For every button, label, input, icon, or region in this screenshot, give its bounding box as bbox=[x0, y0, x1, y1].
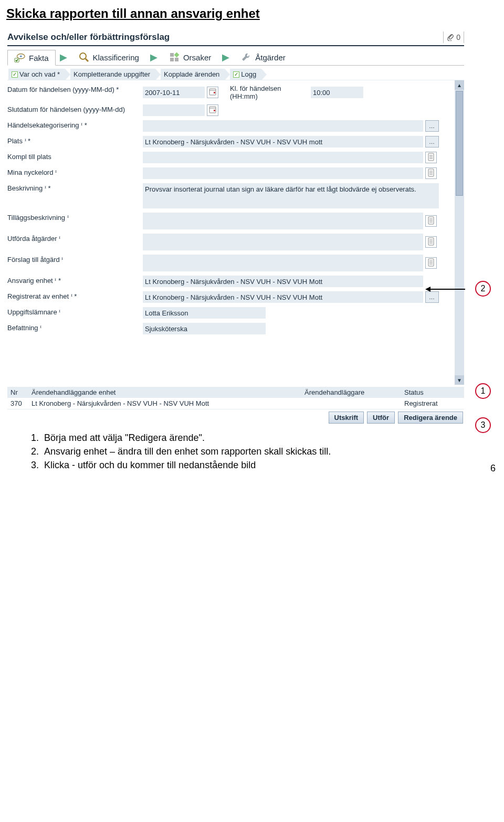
svg-point-1 bbox=[20, 55, 22, 57]
input-uppgiftslamnare[interactable]: Lotta Eriksson bbox=[143, 307, 266, 319]
row-forslag: Förslag till åtgärd ᶦ bbox=[7, 252, 452, 273]
input-kompl[interactable] bbox=[143, 152, 423, 163]
squares-icon bbox=[169, 51, 180, 63]
svg-rect-5 bbox=[170, 53, 174, 57]
tab-klassificering-label: Klassificering bbox=[93, 53, 139, 62]
cases-grid: Nr Ärendehandläggande enhet Ärendehandlä… bbox=[7, 387, 464, 409]
table-row[interactable]: 370 Lt Kronoberg - Närsjukvården - NSV V… bbox=[7, 398, 464, 409]
eye-check-icon bbox=[14, 52, 26, 64]
grid-header: Nr Ärendehandläggande enhet Ärendehandlä… bbox=[7, 387, 464, 398]
calendar-button[interactable] bbox=[207, 104, 218, 116]
cell-status: Registrerat bbox=[401, 398, 464, 409]
row-utforda-atgarder: Utförda åtgärder ᶦ bbox=[7, 231, 452, 252]
subtab-kopplade[interactable]: Kopplade ärenden bbox=[161, 69, 225, 80]
input-befattning[interactable]: Sjuksköterska bbox=[143, 323, 266, 334]
chevron-right-icon: ▶ bbox=[220, 51, 232, 63]
notepad-icon bbox=[427, 153, 435, 163]
row-registrerat-enhet: Registrerat av enhet ᶦ * Lt Kronoberg - … bbox=[7, 289, 452, 305]
calendar-button[interactable] bbox=[207, 87, 218, 98]
notepad-icon bbox=[427, 168, 435, 178]
scroll-thumb[interactable] bbox=[456, 91, 463, 196]
row-plats: Plats ᶦ * Lt Kronoberg - Närsjukvården -… bbox=[7, 134, 452, 150]
grid-head-enhet: Ärendehandläggande enhet bbox=[28, 387, 301, 398]
scrollbar[interactable]: ▲ ▼ bbox=[455, 80, 464, 385]
picker-button[interactable]: … bbox=[425, 120, 439, 132]
callout-circle-3: 3 bbox=[475, 417, 491, 433]
check-icon: ✓ bbox=[233, 71, 239, 78]
notepad-button[interactable] bbox=[425, 167, 437, 179]
attachments-indicator[interactable]: 0 bbox=[443, 31, 464, 43]
subtab-kompletterande[interactable]: Kompletterande uppgifter bbox=[70, 69, 155, 80]
label-handelsekat: Händelsekategorisering ᶦ * bbox=[7, 120, 141, 129]
row-uppgiftslamnare: Uppgiftslämnare ᶦ Lotta Eriksson bbox=[7, 305, 452, 321]
label-uppgiftslamnare: Uppgiftslämnare ᶦ bbox=[7, 307, 141, 316]
redigera-arende-button[interactable]: Redigera ärende bbox=[398, 412, 463, 424]
notepad-button[interactable] bbox=[425, 257, 437, 269]
label-ansvarig-enhet: Ansvarig enhet ᶦ * bbox=[7, 276, 141, 284]
tab-klassificering[interactable]: Klassificering bbox=[71, 49, 146, 65]
label-nyckelord: Mina nyckelord ᶦ bbox=[7, 167, 141, 176]
scroll-down-icon[interactable]: ▼ bbox=[455, 375, 464, 385]
input-tillaggsbeskrivning[interactable] bbox=[143, 213, 423, 229]
subtab-label: Kompletterande uppgifter bbox=[74, 70, 150, 78]
picker-button[interactable]: … bbox=[425, 291, 439, 303]
notepad-button[interactable] bbox=[425, 152, 437, 163]
notepad-icon bbox=[427, 216, 435, 226]
tab-fakta[interactable]: Fakta bbox=[7, 50, 56, 66]
subtab-label: Var och vad * bbox=[19, 70, 60, 78]
row-tillaggsbeskrivning: Tilläggsbeskrivning ᶦ bbox=[7, 210, 452, 231]
row-handelsekat: Händelsekategorisering ᶦ * … bbox=[7, 118, 452, 134]
input-slutdatum[interactable] bbox=[143, 104, 205, 116]
input-utforda-atgarder[interactable] bbox=[143, 234, 423, 250]
input-registrerat-enhet[interactable]: Lt Kronoberg - Närsjukvården - NSV VUH -… bbox=[143, 291, 423, 303]
scroll-up-icon[interactable]: ▲ bbox=[455, 80, 464, 90]
label-befattning: Befattning ᶦ bbox=[7, 323, 141, 332]
svg-rect-8 bbox=[175, 58, 178, 61]
input-datum[interactable]: 2007-10-11 bbox=[143, 87, 205, 98]
input-nyckelord[interactable] bbox=[143, 167, 423, 179]
input-handelsekat[interactable] bbox=[143, 120, 423, 132]
tab-atgarder[interactable]: Åtgärder bbox=[234, 49, 292, 65]
label-utforda-atgarder: Utförda åtgärder ᶦ bbox=[7, 234, 141, 243]
list-item: 1. Börja med att välja "Redigera ärende"… bbox=[28, 431, 498, 445]
arrow-head-icon bbox=[425, 287, 430, 292]
arrow-line bbox=[430, 289, 465, 290]
picker-button[interactable]: … bbox=[425, 136, 439, 147]
subtab-label: Logg bbox=[241, 70, 256, 78]
paperclip-icon bbox=[447, 33, 454, 43]
tab-orsaker[interactable]: Orsaker bbox=[162, 49, 218, 65]
textarea-beskrivning[interactable]: Provsvar insorterat journal utan sign av… bbox=[143, 183, 439, 208]
footer-buttons: Utskrift Utför Redigera ärende bbox=[7, 409, 464, 424]
label-datum: Datum för händelsen (yyyy-MM-dd) * bbox=[7, 85, 141, 93]
notepad-button[interactable] bbox=[425, 236, 437, 248]
subtab-logg[interactable]: ✓ Logg bbox=[230, 69, 261, 80]
input-forslag[interactable] bbox=[143, 255, 423, 271]
label-registrerat-enhet: Registrerat av enhet ᶦ * bbox=[7, 291, 141, 300]
row-beskrivning: Beskrivning ᶦ * Provsvar insorterat jour… bbox=[7, 181, 452, 210]
subtab-label: Kopplade ärenden bbox=[164, 70, 219, 78]
attachment-count: 0 bbox=[456, 33, 460, 41]
subtab-var-och-vad[interactable]: ✓ Var och vad * bbox=[8, 69, 65, 80]
cell-enhet: Lt Kronoberg - Närsjukvården - NSV VUH -… bbox=[28, 398, 301, 409]
label-kl: Kl. för händelsen (HH:mm) bbox=[230, 85, 309, 100]
input-ansvarig-enhet[interactable]: Lt Kronoberg - Närsjukvården - NSV VUH -… bbox=[143, 276, 423, 287]
page-number: 6 bbox=[490, 463, 496, 474]
tab-orsaker-label: Orsaker bbox=[183, 53, 211, 62]
list-text: Ansvarig enhet – ändra till den enhet so… bbox=[44, 445, 331, 458]
callout-circle-2: 2 bbox=[475, 281, 491, 297]
input-plats[interactable]: Lt Kronoberg - Närsjukvården - NSV VUH -… bbox=[143, 136, 423, 147]
row-ansvarig-enhet: Ansvarig enhet ᶦ * Lt Kronoberg - Närsju… bbox=[7, 273, 452, 289]
input-kl[interactable]: 10:00 bbox=[311, 87, 363, 98]
callout-circle-1: 1 bbox=[475, 383, 491, 399]
utskrift-button[interactable]: Utskrift bbox=[329, 412, 364, 424]
check-icon: ✓ bbox=[12, 71, 18, 78]
list-number: 3. bbox=[28, 458, 39, 472]
utfor-button[interactable]: Utför bbox=[367, 412, 395, 424]
header-title: Avvikelse och/eller förbättringsförslag bbox=[7, 32, 443, 43]
magnifier-icon bbox=[78, 51, 90, 63]
form-inner: Datum för händelsen (yyyy-MM-dd) * 2007-… bbox=[7, 82, 464, 336]
notepad-button[interactable] bbox=[425, 215, 437, 227]
chevron-right-icon: ▶ bbox=[58, 51, 69, 63]
label-kompl: Kompl till plats bbox=[7, 152, 141, 161]
calendar-icon bbox=[209, 106, 216, 115]
